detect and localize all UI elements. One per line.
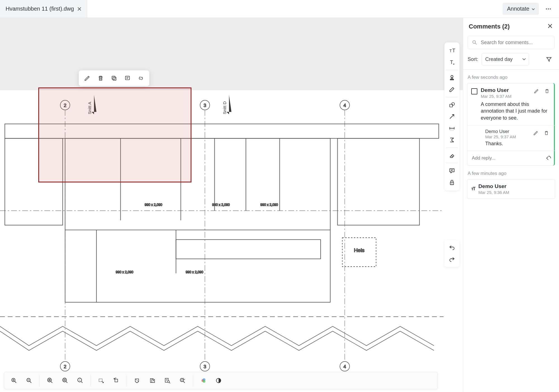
annotation-rectangle[interactable] — [38, 87, 191, 182]
stamp-icon — [449, 74, 455, 81]
select-rect-button[interactable] — [94, 374, 108, 387]
lock-icon — [449, 179, 455, 186]
comment-button[interactable] — [446, 165, 458, 177]
close-icon[interactable] — [77, 7, 81, 11]
page-flip-icon — [149, 377, 156, 384]
text-size-button[interactable]: TT — [446, 45, 458, 56]
note-button[interactable] — [122, 73, 133, 84]
annotate-label: Annotate — [507, 6, 529, 12]
shapes-button[interactable] — [446, 99, 458, 111]
comment-bubble-icon — [449, 167, 455, 174]
comment-card[interactable]: Demo User Mar 25, 9:37 AM A comment abou… — [467, 83, 555, 166]
shapes-icon — [449, 101, 455, 108]
signature-button[interactable] — [446, 84, 458, 95]
zoom-marquee-out-button[interactable] — [58, 374, 72, 387]
text-format-button[interactable]: T — [446, 56, 458, 68]
page-zoom-button[interactable] — [176, 374, 190, 387]
filter-button[interactable] — [543, 54, 555, 65]
layers-icon — [200, 377, 207, 384]
zoom-marquee-in-button[interactable] — [43, 374, 57, 387]
comments-panel: Comments (2) Sort: Created day A few sec… — [463, 18, 559, 392]
layers-button[interactable] — [196, 374, 210, 387]
delete-button[interactable] — [95, 73, 106, 84]
canvas[interactable]: 2 3 4 2 3 4 Snitt A Snitt D Snitt A — [0, 18, 463, 392]
copy-button[interactable] — [108, 73, 120, 84]
svg-rect-48 — [125, 76, 130, 80]
measure-button[interactable] — [446, 122, 458, 134]
rotate-button[interactable] — [109, 374, 123, 387]
svg-point-97 — [473, 41, 475, 43]
zoom-marquee-in-icon — [47, 377, 53, 384]
lock-button[interactable] — [446, 177, 458, 188]
copy-icon — [111, 75, 117, 81]
sort-select[interactable]: Created day — [482, 53, 529, 65]
svg-line-57 — [451, 156, 453, 157]
reply-arrow-icon — [546, 155, 552, 161]
arrow-button[interactable] — [446, 111, 458, 122]
svg-text:Heis: Heis — [354, 247, 364, 253]
close-panel-button[interactable] — [548, 24, 553, 29]
document-tab[interactable]: Hvamstubben 11 (first).dwg — [0, 0, 87, 18]
comments-search-input[interactable] — [481, 40, 550, 46]
add-reply-input[interactable] — [467, 151, 543, 165]
svg-text:990 x 2,090: 990 x 2,090 — [260, 203, 278, 207]
comment-user: Demo User — [479, 183, 551, 189]
measure-icon — [449, 125, 455, 132]
svg-text:4: 4 — [344, 364, 346, 369]
more-button[interactable] — [543, 3, 554, 15]
stamp-button[interactable] — [446, 72, 458, 84]
link-button[interactable] — [135, 73, 146, 84]
svg-line-92 — [183, 381, 185, 383]
redo-button[interactable] — [446, 254, 458, 265]
mask-polygon-button[interactable] — [130, 374, 144, 387]
annotate-button[interactable]: Annotate — [503, 3, 539, 15]
send-reply-button[interactable] — [543, 152, 555, 164]
zoom-in-icon — [11, 377, 17, 384]
page-search-button[interactable] — [160, 374, 174, 387]
trash-icon — [544, 130, 549, 136]
svg-rect-85 — [152, 379, 155, 383]
svg-text:2: 2 — [64, 364, 67, 369]
polygon-icon — [134, 377, 141, 384]
svg-text:1: 1 — [79, 379, 80, 381]
delete-reply-button[interactable] — [543, 129, 550, 137]
page-flip-button[interactable] — [145, 374, 159, 387]
topbar: Hvamstubben 11 (first).dwg Annotate — [0, 0, 559, 18]
text-size-icon: TT — [449, 47, 455, 54]
contrast-button[interactable] — [212, 374, 226, 387]
undo-button[interactable] — [446, 242, 458, 254]
right-toolbar: TT T — [444, 42, 459, 191]
comment-reply: Demo User Mar 25, 9:37 AM Thanks. — [467, 125, 555, 151]
zoom-out-icon — [26, 377, 32, 384]
svg-text:T: T — [450, 60, 453, 65]
svg-text:T: T — [449, 49, 452, 53]
svg-rect-82 — [115, 379, 118, 382]
svg-line-73 — [51, 382, 52, 383]
comments-search[interactable] — [468, 36, 555, 49]
zoom-reset-button[interactable]: 1 — [73, 374, 87, 387]
svg-line-77 — [66, 382, 67, 383]
svg-text:T: T — [452, 48, 455, 53]
reply-text: Thanks. — [485, 141, 551, 147]
pencil-icon — [84, 75, 90, 81]
add-reply-row — [467, 151, 555, 165]
sort-selected-value: Created day — [485, 56, 513, 62]
pencil-icon — [534, 89, 539, 94]
zoom-out-button[interactable] — [22, 374, 36, 387]
formula-button[interactable] — [446, 134, 458, 146]
edit-comment-button[interactable] — [532, 87, 540, 95]
edit-reply-button[interactable] — [532, 129, 540, 137]
trash-icon — [544, 89, 549, 94]
main: 2 3 4 2 3 4 Snitt A Snitt D Snitt A — [0, 18, 559, 392]
comment-card[interactable]: тT Demo User Mar 25, 9:36 AM — [467, 179, 555, 199]
svg-text:3: 3 — [203, 364, 206, 369]
svg-text:3: 3 — [203, 103, 206, 108]
edit-button[interactable] — [82, 73, 93, 84]
eraser-icon — [449, 152, 455, 159]
eraser-button[interactable] — [446, 149, 458, 161]
sort-label: Sort: — [468, 56, 478, 62]
select-rect-icon — [98, 377, 105, 384]
zoom-in-button[interactable] — [7, 374, 21, 387]
svg-text:Snitt D: Snitt D — [222, 101, 227, 114]
delete-comment-button[interactable] — [543, 87, 551, 95]
